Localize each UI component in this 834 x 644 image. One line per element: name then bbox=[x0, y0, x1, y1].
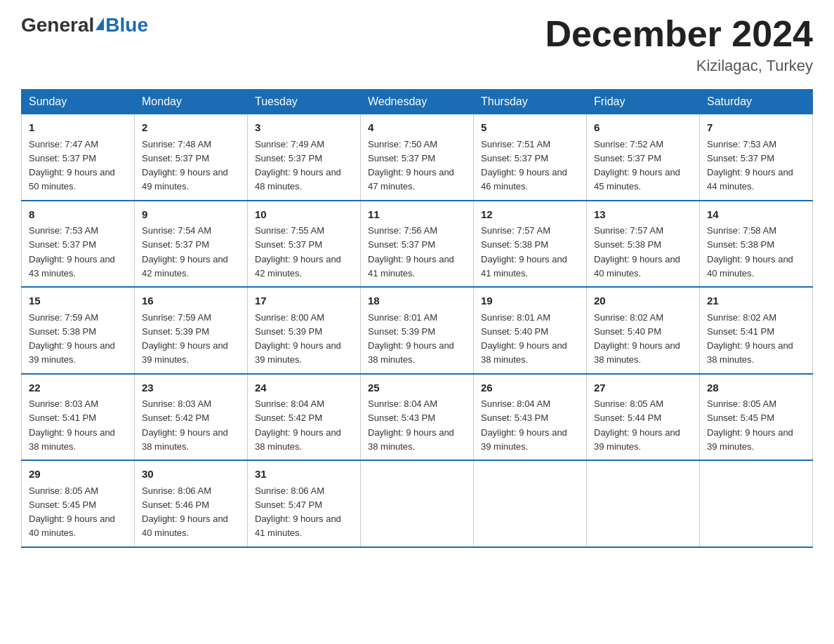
day-info: Sunrise: 8:04 AMSunset: 5:43 PMDaylight:… bbox=[481, 398, 567, 452]
day-number: 2 bbox=[142, 120, 240, 136]
day-info: Sunrise: 7:51 AMSunset: 5:37 PMDaylight:… bbox=[481, 139, 567, 192]
day-info: Sunrise: 7:47 AMSunset: 5:37 PMDaylight:… bbox=[29, 139, 115, 192]
day-number: 4 bbox=[368, 120, 466, 136]
calendar-day-cell: 2Sunrise: 7:48 AMSunset: 5:37 PMDaylight… bbox=[135, 114, 248, 201]
day-number: 15 bbox=[29, 293, 127, 309]
day-info: Sunrise: 7:54 AMSunset: 5:37 PMDaylight:… bbox=[142, 225, 228, 279]
day-info: Sunrise: 7:53 AMSunset: 5:37 PMDaylight:… bbox=[707, 139, 793, 192]
day-info: Sunrise: 8:04 AMSunset: 5:43 PMDaylight:… bbox=[368, 398, 454, 452]
calendar-day-cell: 5Sunrise: 7:51 AMSunset: 5:37 PMDaylight… bbox=[474, 114, 587, 201]
title-area: December 2024 Kizilagac, Turkey bbox=[545, 14, 813, 75]
day-number: 20 bbox=[594, 293, 692, 309]
calendar-day-cell: 8Sunrise: 7:53 AMSunset: 5:37 PMDaylight… bbox=[22, 201, 135, 288]
day-info: Sunrise: 7:57 AMSunset: 5:38 PMDaylight:… bbox=[481, 225, 567, 279]
calendar-day-cell: 25Sunrise: 8:04 AMSunset: 5:43 PMDayligh… bbox=[361, 374, 474, 461]
day-number: 9 bbox=[142, 207, 240, 223]
calendar-day-header: Friday bbox=[587, 90, 700, 114]
day-info: Sunrise: 8:04 AMSunset: 5:42 PMDaylight:… bbox=[255, 398, 341, 452]
day-number: 12 bbox=[481, 207, 579, 223]
logo-blue-text: Blue bbox=[105, 14, 148, 36]
calendar-day-cell: 28Sunrise: 8:05 AMSunset: 5:45 PMDayligh… bbox=[700, 374, 813, 461]
calendar-day-cell: 26Sunrise: 8:04 AMSunset: 5:43 PMDayligh… bbox=[474, 374, 587, 461]
day-info: Sunrise: 7:59 AMSunset: 5:38 PMDaylight:… bbox=[29, 312, 115, 365]
day-number: 18 bbox=[368, 293, 466, 309]
calendar-day-cell: 20Sunrise: 8:02 AMSunset: 5:40 PMDayligh… bbox=[587, 287, 700, 374]
day-number: 29 bbox=[29, 467, 127, 483]
day-number: 16 bbox=[142, 293, 240, 309]
calendar-week-row: 8Sunrise: 7:53 AMSunset: 5:37 PMDaylight… bbox=[22, 201, 813, 288]
calendar-day-cell: 19Sunrise: 8:01 AMSunset: 5:40 PMDayligh… bbox=[474, 287, 587, 374]
logo-triangle-icon bbox=[95, 18, 104, 30]
calendar-day-cell: 7Sunrise: 7:53 AMSunset: 5:37 PMDaylight… bbox=[700, 114, 813, 201]
day-info: Sunrise: 8:03 AMSunset: 5:41 PMDaylight:… bbox=[29, 398, 115, 452]
day-number: 7 bbox=[707, 120, 805, 136]
day-number: 31 bbox=[255, 467, 353, 483]
day-number: 17 bbox=[255, 293, 353, 309]
calendar-day-cell: 3Sunrise: 7:49 AMSunset: 5:37 PMDaylight… bbox=[248, 114, 361, 201]
day-number: 10 bbox=[255, 207, 353, 223]
day-info: Sunrise: 7:55 AMSunset: 5:37 PMDaylight:… bbox=[255, 225, 341, 279]
day-number: 28 bbox=[707, 380, 805, 396]
calendar-week-row: 15Sunrise: 7:59 AMSunset: 5:38 PMDayligh… bbox=[22, 287, 813, 374]
calendar-week-row: 29Sunrise: 8:05 AMSunset: 5:45 PMDayligh… bbox=[22, 460, 813, 547]
day-number: 25 bbox=[368, 380, 466, 396]
day-info: Sunrise: 8:00 AMSunset: 5:39 PMDaylight:… bbox=[255, 312, 341, 365]
day-info: Sunrise: 8:01 AMSunset: 5:39 PMDaylight:… bbox=[368, 312, 454, 365]
calendar-day-cell: 10Sunrise: 7:55 AMSunset: 5:37 PMDayligh… bbox=[248, 201, 361, 288]
day-number: 14 bbox=[707, 207, 805, 223]
calendar-day-cell: 6Sunrise: 7:52 AMSunset: 5:37 PMDaylight… bbox=[587, 114, 700, 201]
calendar-week-row: 1Sunrise: 7:47 AMSunset: 5:37 PMDaylight… bbox=[22, 114, 813, 201]
day-number: 24 bbox=[255, 380, 353, 396]
day-info: Sunrise: 7:53 AMSunset: 5:37 PMDaylight:… bbox=[29, 225, 115, 279]
calendar-day-cell bbox=[700, 460, 813, 547]
calendar-day-cell: 31Sunrise: 8:06 AMSunset: 5:47 PMDayligh… bbox=[248, 460, 361, 547]
day-info: Sunrise: 8:01 AMSunset: 5:40 PMDaylight:… bbox=[481, 312, 567, 365]
day-number: 30 bbox=[142, 467, 240, 483]
day-number: 22 bbox=[29, 380, 127, 396]
day-info: Sunrise: 8:05 AMSunset: 5:44 PMDaylight:… bbox=[594, 398, 680, 452]
calendar-day-cell: 1Sunrise: 7:47 AMSunset: 5:37 PMDaylight… bbox=[22, 114, 135, 201]
calendar-day-cell: 18Sunrise: 8:01 AMSunset: 5:39 PMDayligh… bbox=[361, 287, 474, 374]
calendar-day-cell: 12Sunrise: 7:57 AMSunset: 5:38 PMDayligh… bbox=[474, 201, 587, 288]
day-info: Sunrise: 7:48 AMSunset: 5:37 PMDaylight:… bbox=[142, 139, 228, 192]
calendar-day-header: Wednesday bbox=[361, 90, 474, 114]
calendar-day-cell: 9Sunrise: 7:54 AMSunset: 5:37 PMDaylight… bbox=[135, 201, 248, 288]
calendar-header-row: SundayMondayTuesdayWednesdayThursdayFrid… bbox=[22, 90, 813, 114]
calendar-day-cell: 23Sunrise: 8:03 AMSunset: 5:42 PMDayligh… bbox=[135, 374, 248, 461]
calendar-day-cell: 22Sunrise: 8:03 AMSunset: 5:41 PMDayligh… bbox=[22, 374, 135, 461]
day-info: Sunrise: 8:06 AMSunset: 5:46 PMDaylight:… bbox=[142, 485, 228, 539]
calendar-day-cell: 13Sunrise: 7:57 AMSunset: 5:38 PMDayligh… bbox=[587, 201, 700, 288]
calendar-day-header: Thursday bbox=[474, 90, 587, 114]
calendar-day-cell: 17Sunrise: 8:00 AMSunset: 5:39 PMDayligh… bbox=[248, 287, 361, 374]
calendar-day-header: Saturday bbox=[700, 90, 813, 114]
page-header: General Blue December 2024 Kizilagac, Tu… bbox=[21, 14, 813, 75]
day-info: Sunrise: 8:03 AMSunset: 5:42 PMDaylight:… bbox=[142, 398, 228, 452]
day-number: 5 bbox=[481, 120, 579, 136]
calendar-table: SundayMondayTuesdayWednesdayThursdayFrid… bbox=[21, 89, 813, 548]
calendar-day-cell: 16Sunrise: 7:59 AMSunset: 5:39 PMDayligh… bbox=[135, 287, 248, 374]
day-number: 19 bbox=[481, 293, 579, 309]
day-info: Sunrise: 7:58 AMSunset: 5:38 PMDaylight:… bbox=[707, 225, 793, 279]
day-number: 27 bbox=[594, 380, 692, 396]
day-number: 6 bbox=[594, 120, 692, 136]
day-number: 23 bbox=[142, 380, 240, 396]
calendar-day-header: Sunday bbox=[22, 90, 135, 114]
day-info: Sunrise: 8:05 AMSunset: 5:45 PMDaylight:… bbox=[707, 398, 793, 452]
day-info: Sunrise: 8:02 AMSunset: 5:40 PMDaylight:… bbox=[594, 312, 680, 365]
day-info: Sunrise: 8:02 AMSunset: 5:41 PMDaylight:… bbox=[707, 312, 793, 365]
calendar-week-row: 22Sunrise: 8:03 AMSunset: 5:41 PMDayligh… bbox=[22, 374, 813, 461]
calendar-day-header: Tuesday bbox=[248, 90, 361, 114]
day-info: Sunrise: 7:52 AMSunset: 5:37 PMDaylight:… bbox=[594, 139, 680, 192]
calendar-day-cell bbox=[587, 460, 700, 547]
logo: General Blue bbox=[21, 14, 148, 36]
calendar-day-cell: 27Sunrise: 8:05 AMSunset: 5:44 PMDayligh… bbox=[587, 374, 700, 461]
day-info: Sunrise: 7:50 AMSunset: 5:37 PMDaylight:… bbox=[368, 139, 454, 192]
day-number: 8 bbox=[29, 207, 127, 223]
calendar-day-cell: 29Sunrise: 8:05 AMSunset: 5:45 PMDayligh… bbox=[22, 460, 135, 547]
day-info: Sunrise: 7:59 AMSunset: 5:39 PMDaylight:… bbox=[142, 312, 228, 365]
day-number: 3 bbox=[255, 120, 353, 136]
day-info: Sunrise: 8:06 AMSunset: 5:47 PMDaylight:… bbox=[255, 485, 341, 539]
calendar-day-cell: 24Sunrise: 8:04 AMSunset: 5:42 PMDayligh… bbox=[248, 374, 361, 461]
calendar-day-header: Monday bbox=[135, 90, 248, 114]
calendar-day-cell bbox=[474, 460, 587, 547]
